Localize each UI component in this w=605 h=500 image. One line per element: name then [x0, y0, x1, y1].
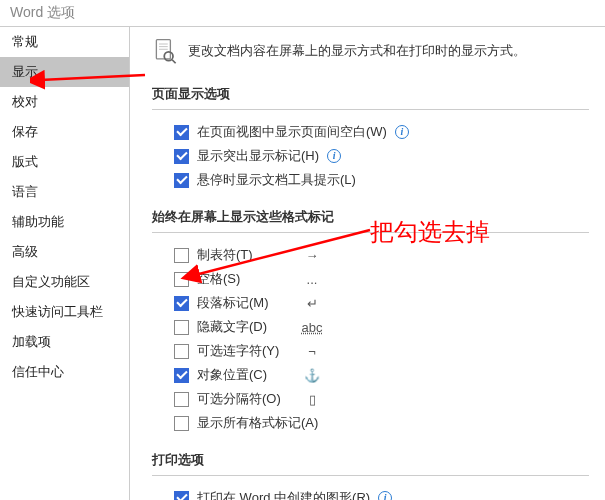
window-title: Word 选项	[0, 0, 605, 26]
sidebar-item-accessibility[interactable]: 辅助功能	[0, 207, 129, 237]
checkbox-optional-separator[interactable]	[174, 392, 189, 407]
checkbox-hidden-text[interactable]	[174, 320, 189, 335]
checkbox-tab[interactable]	[174, 248, 189, 263]
checkbox-highlight-marks[interactable]	[174, 149, 189, 164]
sidebar-item-advanced[interactable]: 高级	[0, 237, 129, 267]
symbol-tab: →	[297, 248, 327, 263]
label-print-drawings: 打印在 Word 中创建的图形(R)	[197, 489, 370, 500]
symbol-space: ...	[297, 272, 327, 287]
label-tab: 制表符(T)	[197, 246, 289, 264]
symbol-paragraph: ↵	[297, 296, 327, 311]
checkbox-paragraph[interactable]	[174, 296, 189, 311]
section-header-print: 打印选项	[152, 445, 589, 476]
label-object-anchor: 对象位置(C)	[197, 366, 289, 384]
sidebar: 常规 显示 校对 保存 版式 语言 辅助功能 高级 自定义功能区 快速访问工具栏…	[0, 26, 130, 500]
checkbox-optional-hyphen[interactable]	[174, 344, 189, 359]
sidebar-item-addins[interactable]: 加载项	[0, 327, 129, 357]
content-panel: 更改文档内容在屏幕上的显示方式和在打印时的显示方式。 页面显示选项 在页面视图中…	[130, 26, 605, 500]
section-header-page-display: 页面显示选项	[152, 79, 589, 110]
symbol-object-anchor: ⚓	[297, 368, 327, 383]
checkbox-hover-tooltips[interactable]	[174, 173, 189, 188]
label-space: 空格(S)	[197, 270, 289, 288]
sidebar-item-proofing[interactable]: 校对	[0, 87, 129, 117]
symbol-optional-hyphen: ¬	[297, 344, 327, 359]
svg-line-5	[172, 60, 176, 64]
checkbox-print-drawings[interactable]	[174, 491, 189, 501]
label-optional-hyphen: 可选连字符(Y)	[197, 342, 289, 360]
info-icon[interactable]: i	[378, 491, 392, 500]
sidebar-item-display[interactable]: 显示	[0, 57, 129, 87]
label-hover-tooltips: 悬停时显示文档工具提示(L)	[197, 171, 356, 189]
checkbox-all-marks[interactable]	[174, 416, 189, 431]
intro-text: 更改文档内容在屏幕上的显示方式和在打印时的显示方式。	[188, 42, 526, 60]
sidebar-item-save[interactable]: 保存	[0, 117, 129, 147]
section-header-format-marks: 始终在屏幕上显示这些格式标记	[152, 202, 589, 233]
checkbox-space[interactable]	[174, 272, 189, 287]
sidebar-item-layout[interactable]: 版式	[0, 147, 129, 177]
sidebar-item-quick-access[interactable]: 快速访问工具栏	[0, 297, 129, 327]
label-paragraph: 段落标记(M)	[197, 294, 289, 312]
label-highlight-marks: 显示突出显示标记(H)	[197, 147, 319, 165]
symbol-optional-separator: ▯	[297, 392, 327, 407]
info-icon[interactable]: i	[327, 149, 341, 163]
symbol-hidden-text: abc	[297, 320, 327, 335]
sidebar-item-trust-center[interactable]: 信任中心	[0, 357, 129, 387]
sidebar-item-language[interactable]: 语言	[0, 177, 129, 207]
label-hidden-text: 隐藏文字(D)	[197, 318, 289, 336]
checkbox-object-anchor[interactable]	[174, 368, 189, 383]
sidebar-item-customize-ribbon[interactable]: 自定义功能区	[0, 267, 129, 297]
sidebar-item-general[interactable]: 常规	[0, 27, 129, 57]
checkbox-page-whitespace[interactable]	[174, 125, 189, 140]
label-optional-separator: 可选分隔符(O)	[197, 390, 289, 408]
label-page-whitespace: 在页面视图中显示页面间空白(W)	[197, 123, 387, 141]
page-search-icon	[152, 37, 180, 65]
info-icon[interactable]: i	[395, 125, 409, 139]
label-all-marks: 显示所有格式标记(A)	[197, 414, 318, 432]
